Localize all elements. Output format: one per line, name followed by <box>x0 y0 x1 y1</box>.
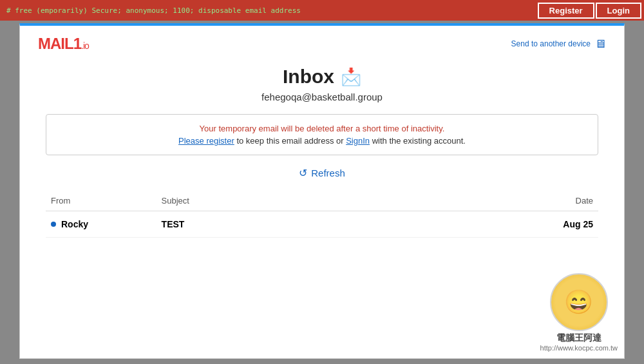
notice-suffix: with the existing account. <box>372 136 466 146</box>
notice-warning: Your temporary email will be deleted aft… <box>59 124 585 133</box>
table-header-row: From Subject Date <box>46 193 598 211</box>
site-logo: MAIL1.io <box>38 35 89 53</box>
inbox-label: Inbox <box>283 66 334 88</box>
notice-box: Your temporary email will be deleted aft… <box>46 114 598 155</box>
table-row[interactable]: RockyTESTAug 25 <box>46 211 598 238</box>
col-date: Date <box>515 193 598 211</box>
signin-link[interactable]: SignIn <box>346 136 370 146</box>
watermark-title: 電腦王阿達 <box>540 332 618 344</box>
logo-mail: MAIL1 <box>38 35 81 52</box>
site-header: MAIL1.io Send to another device 🖥 <box>20 26 624 59</box>
subject-cell: TEST <box>156 211 516 238</box>
register-button[interactable]: Register <box>538 3 594 19</box>
send-to-device-label: Send to another device <box>511 39 591 48</box>
refresh-area: ↺ Refresh <box>46 167 598 179</box>
from-name: Rocky <box>61 219 88 229</box>
device-icon: 🖥 <box>594 37 606 51</box>
subject-text: TEST <box>162 219 185 229</box>
top-bar: # free (emporarily) Secure; anonymous; 1… <box>0 0 644 21</box>
refresh-icon: ↺ <box>299 167 307 179</box>
notice-middle: to keep this email address or <box>236 136 346 146</box>
main-content: Inbox 📩 fehegoqa@basketball.group Your t… <box>20 59 624 251</box>
col-from: From <box>46 193 156 211</box>
inbox-icon: 📩 <box>341 67 361 87</box>
from-cell: Rocky <box>46 211 156 238</box>
watermark-url: http://www.kocpc.com.tw <box>540 344 618 352</box>
refresh-button[interactable]: ↺ Refresh <box>299 167 345 179</box>
notice-info: Please register to keep this email addre… <box>59 136 585 146</box>
refresh-label: Refresh <box>311 168 345 178</box>
logo-1: 1 <box>73 35 81 52</box>
col-subject: Subject <box>156 193 516 211</box>
login-button[interactable]: Login <box>596 3 641 19</box>
current-email: fehegoqa@basketball.group <box>46 91 598 102</box>
watermark-emoji: 😄 <box>564 289 593 316</box>
inbox-title: Inbox 📩 <box>46 66 598 88</box>
browser-window: MAIL1.io Send to another device 🖥 Inbox … <box>19 23 625 359</box>
watermark: 😄 電腦王阿達 http://www.kocpc.com.tw <box>540 273 618 352</box>
url-bar: # free (emporarily) Secure; anonymous; 1… <box>6 6 301 15</box>
date-cell: Aug 25 <box>515 211 598 238</box>
logo-suffix: .io <box>81 41 89 51</box>
unread-dot <box>51 222 56 227</box>
register-link[interactable]: Please register <box>178 136 234 146</box>
send-to-device-link[interactable]: Send to another device 🖥 <box>511 37 606 51</box>
inbox-table: From Subject Date RockyTESTAug 25 <box>46 193 598 238</box>
watermark-face: 😄 <box>550 273 608 331</box>
